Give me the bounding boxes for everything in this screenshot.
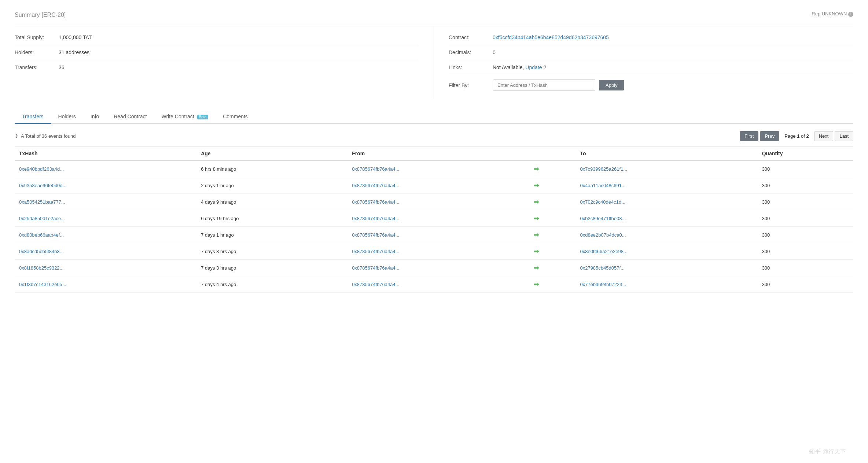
txhash-link[interactable]: 0x8adcd5eb5f84b3... [19, 249, 63, 254]
transfer-arrow-icon: ➡ [534, 281, 539, 288]
to-link[interactable]: 0xd8ee2b07b4dca0... [580, 232, 626, 238]
from-link[interactable]: 0x8785674fb76a4a4... [352, 183, 399, 188]
to-link[interactable]: 0x8e0f466a21e2e98... [580, 249, 627, 254]
cell-quantity: 300 [758, 276, 853, 293]
cell-age: 4 days 9 hrs ago [196, 194, 347, 210]
rep-label: Rep UNKNOWN [812, 11, 847, 16]
tab-transfers[interactable]: Transfers [15, 110, 51, 124]
txhash-link[interactable]: 0x25da850d1e2ace... [19, 216, 65, 221]
cell-to: 0xd8ee2b07b4dca0... [575, 227, 757, 243]
cell-to: 0x27985cb45d057f... [575, 260, 757, 276]
transfers-row: Transfers: 36 [15, 60, 419, 75]
txhash-link[interactable]: 0xa5054251baa777... [19, 199, 65, 205]
total-supply-value: 1,000,000 TAT [59, 34, 92, 40]
cell-age: 7 days 1 hr ago [196, 227, 347, 243]
cell-arrow: ➡ [529, 243, 575, 260]
total-supply-row: Total Supply: 1,000,000 TAT [15, 30, 419, 45]
transfer-arrow-icon: ➡ [534, 215, 539, 222]
to-link[interactable]: 0x77ebd6fefb07223... [580, 282, 626, 287]
to-link[interactable]: 0x7c9399625a261f1... [580, 166, 627, 172]
cell-arrow: ➡ [529, 227, 575, 243]
filter-label: Filter By: [449, 82, 493, 88]
txhash-link[interactable]: 0xd80beb66aab4ef... [19, 232, 64, 238]
cell-arrow: ➡ [529, 276, 575, 293]
txhash-link[interactable]: 0x8f1858b25c9322... [19, 265, 63, 271]
to-link[interactable]: 0xb2c89e471ffbe03... [580, 216, 626, 221]
cell-arrow: ➡ [529, 177, 575, 194]
cell-age: 7 days 3 hrs ago [196, 243, 347, 260]
tab-write-contract[interactable]: Write Contract Beta [154, 110, 216, 124]
cell-age: 7 days 4 hrs ago [196, 276, 347, 293]
holders-row: Holders: 31 addresses [15, 45, 419, 60]
cell-quantity: 300 [758, 260, 853, 276]
links-row: Links: Not Available, Update ? [449, 60, 853, 75]
rep-badge: Rep UNKNOWN i [812, 11, 853, 17]
prev-button[interactable]: Prev [760, 131, 779, 141]
table-header: ⇕ A Total of 36 events found First Prev … [15, 131, 853, 141]
to-link[interactable]: 0x4aa11ac048c691... [580, 183, 625, 188]
transfer-arrow-icon: ➡ [534, 264, 539, 271]
events-text: A Total of 36 events found [21, 133, 76, 139]
filter-input[interactable] [493, 79, 595, 91]
cell-quantity: 300 [758, 243, 853, 260]
cell-from: 0x8785674fb76a4a4... [347, 210, 529, 227]
txhash-link[interactable]: 0x9358eae96fe040d... [19, 183, 66, 188]
next-button[interactable]: Next [814, 131, 834, 141]
from-link[interactable]: 0x8785674fb76a4a4... [352, 249, 399, 254]
info-icon[interactable]: i [848, 12, 853, 17]
contract-row: Contract: 0xf5ccfd34b414ab5e6b4e852d49d6… [449, 30, 853, 45]
cell-txhash: 0x8f1858b25c9322... [15, 260, 196, 276]
cell-quantity: 300 [758, 177, 853, 194]
events-count: ⇕ A Total of 36 events found [15, 133, 76, 139]
cell-arrow: ➡ [529, 194, 575, 210]
first-button[interactable]: First [740, 131, 758, 141]
question-mark: ? [544, 64, 547, 70]
contract-link[interactable]: 0xf5ccfd34b414ab5e6b4e852d49d62b34736976… [493, 34, 609, 40]
from-link[interactable]: 0x8785674fb76a4a4... [352, 232, 399, 238]
cell-txhash: 0xd80beb66aab4ef... [15, 227, 196, 243]
cell-quantity: 300 [758, 194, 853, 210]
cell-from: 0x8785674fb76a4a4... [347, 260, 529, 276]
cell-txhash: 0xa5054251baa777... [15, 194, 196, 210]
transfers-label: Transfers: [15, 64, 59, 70]
table-row: 0x8adcd5eb5f84b3... 7 days 3 hrs ago 0x8… [15, 243, 853, 260]
cell-arrow: ➡ [529, 210, 575, 227]
tab-comments[interactable]: Comments [216, 110, 255, 124]
tab-read-contract[interactable]: Read Contract [106, 110, 154, 124]
from-link[interactable]: 0x8785674fb76a4a4... [352, 216, 399, 221]
summary-left: Total Supply: 1,000,000 TAT Holders: 31 … [15, 26, 434, 99]
txhash-link[interactable]: 0x1f3b7c143162e05... [19, 282, 66, 287]
last-button[interactable]: Last [835, 131, 853, 141]
table-row: 0x25da850d1e2ace... 6 days 19 hrs ago 0x… [15, 210, 853, 227]
table-row: 0xa5054251baa777... 4 days 9 hrs ago 0x8… [15, 194, 853, 210]
from-link[interactable]: 0x8785674fb76a4a4... [352, 199, 399, 205]
col-to: To [575, 147, 757, 161]
cell-to: 0x4aa11ac048c691... [575, 177, 757, 194]
cell-txhash: 0x1f3b7c143162e05... [15, 276, 196, 293]
cell-from: 0x8785674fb76a4a4... [347, 227, 529, 243]
from-link[interactable]: 0x8785674fb76a4a4... [352, 282, 399, 287]
transfer-arrow-icon: ➡ [534, 248, 539, 255]
from-link[interactable]: 0x8785674fb76a4a4... [352, 166, 399, 172]
total-pages: 2 [806, 133, 809, 139]
tab-info[interactable]: Info [83, 110, 106, 124]
holders-value: 31 addresses [59, 49, 89, 55]
txhash-link[interactable]: 0xe940bbdf263a4d... [19, 166, 64, 172]
from-link[interactable]: 0x8785674fb76a4a4... [352, 265, 399, 271]
col-age: Age [196, 147, 347, 161]
decimals-label: Decimals: [449, 49, 493, 55]
apply-button[interactable]: Apply [599, 80, 624, 90]
filter-input-group: Apply [493, 79, 624, 91]
cell-to: 0x702c9c40de4c1d... [575, 194, 757, 210]
to-link[interactable]: 0x27985cb45d057f... [580, 265, 624, 271]
cell-age: 2 days 1 hr ago [196, 177, 347, 194]
page-info: Page 1 of 2 [781, 132, 813, 141]
cell-from: 0x8785674fb76a4a4... [347, 243, 529, 260]
tab-holders[interactable]: Holders [51, 110, 83, 124]
cell-age: 6 days 19 hrs ago [196, 210, 347, 227]
col-from: From [347, 147, 529, 161]
summary-grid: Total Supply: 1,000,000 TAT Holders: 31 … [15, 26, 853, 99]
update-link[interactable]: Update [525, 64, 542, 70]
to-link[interactable]: 0x702c9c40de4c1d... [580, 199, 625, 205]
beta-badge: Beta [197, 115, 209, 119]
